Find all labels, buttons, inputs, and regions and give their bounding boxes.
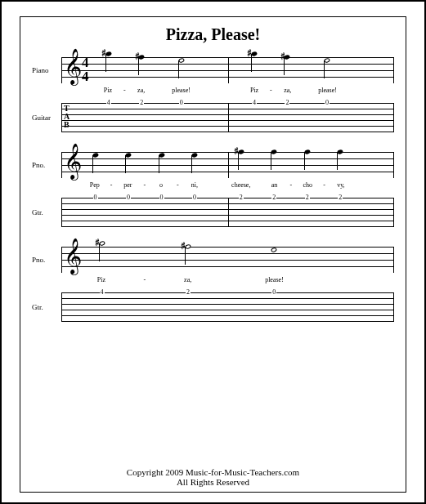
note <box>271 149 277 155</box>
lyric-syllable: - <box>270 87 272 94</box>
lyric-syllable: ni, <box>191 181 198 189</box>
lyric-syllable: Piz <box>97 276 105 283</box>
guitar-label: Gtr. <box>32 303 61 311</box>
tab-fret-number: 0 <box>325 100 330 106</box>
guitar-label: Guitar <box>32 114 61 122</box>
sharp-accidental: ♯ <box>247 47 252 60</box>
tab-fret-number: 0 <box>192 194 197 201</box>
lyric-syllable: - <box>110 181 113 189</box>
lyric-syllable: Piz <box>250 87 258 94</box>
copyright-line1: Copyright 2009 Music-for-Music-Teachers.… <box>32 467 394 477</box>
lyric-syllable: za, <box>284 87 291 94</box>
guitar-tab-staff: TAB420420 <box>61 103 394 132</box>
lyric-syllable: cho <box>303 181 312 189</box>
treble-clef-icon: 𝄞 <box>64 145 82 176</box>
tab-fret-number: 0 <box>271 289 276 296</box>
tab-fret-number: 2 <box>139 100 144 106</box>
lyric-syllable: please! <box>172 87 191 94</box>
tab-fret-number: 0 <box>93 194 98 201</box>
tab-fret-number: 2 <box>285 100 289 106</box>
note <box>324 58 330 64</box>
lyric-syllable: - <box>177 181 179 189</box>
lyric-syllable: Piz <box>104 87 112 94</box>
barline <box>228 198 229 227</box>
tab-fret-number: 4 <box>106 100 111 106</box>
piano-label: Pno. <box>32 256 61 264</box>
copyright-line2: All Rights Reserved <box>32 477 394 487</box>
lyric-syllable: please! <box>265 276 284 283</box>
note <box>304 149 311 155</box>
note <box>191 153 198 158</box>
note <box>158 153 164 158</box>
sharp-accidental: ♯ <box>95 237 100 249</box>
copyright: Copyright 2009 Music-for-Music-Teachers.… <box>32 464 394 487</box>
lyric-syllable: - <box>143 181 146 189</box>
music-system: Piano𝄞44♯♯♯♯Piz-za,please!Piz-za,please!… <box>32 57 394 132</box>
barline <box>228 57 229 83</box>
sheet-music-page: Pizza, Please! Piano𝄞44♯♯♯♯Piz-za,please… <box>0 0 426 504</box>
note-stem <box>304 152 305 170</box>
lyric-syllable: o <box>159 181 163 189</box>
tab-fret-number: 2 <box>305 194 310 201</box>
note-stem <box>337 152 338 170</box>
treble-staff: 𝄞♯♯ <box>61 247 394 273</box>
treble-staff: 𝄞♯ <box>61 152 394 178</box>
lyric-syllable: Pep <box>90 181 100 189</box>
lyric-syllable: per <box>123 181 132 189</box>
note <box>125 153 132 158</box>
music-system: Pno.𝄞♯Pep-per-o-ni,cheese,an-cho-vy,Gtr.… <box>32 152 394 227</box>
tab-fret-number: 2 <box>239 194 244 201</box>
lyric-syllable: - <box>323 181 325 189</box>
lyric-syllable: za, <box>137 87 145 94</box>
piano-label: Pno. <box>32 161 61 169</box>
sharp-accidental: ♯ <box>234 145 239 158</box>
sharp-accidental: ♯ <box>101 47 106 60</box>
treble-staff: 𝄞44♯♯♯♯ <box>61 57 394 83</box>
note-stem <box>271 152 271 170</box>
note-stem <box>92 155 93 173</box>
tab-fret-number: 2 <box>271 194 276 201</box>
content-frame: Pizza, Please! Piano𝄞44♯♯♯♯Piz-za,please… <box>20 16 406 493</box>
note-stem <box>125 155 126 173</box>
sharp-accidental: ♯ <box>135 51 140 63</box>
note <box>271 248 277 253</box>
time-signature: 44 <box>82 56 89 83</box>
note-stem <box>324 60 325 78</box>
lyric-syllable: - <box>289 181 292 189</box>
lyric-syllable: za, <box>184 276 191 283</box>
tab-fret-number: 0 <box>179 100 184 106</box>
note-stem <box>191 155 192 173</box>
barline <box>228 152 229 178</box>
sharp-accidental: ♯ <box>181 240 186 252</box>
tab-fret-number: 0 <box>159 194 164 201</box>
tab-fret-number: 2 <box>338 194 343 201</box>
treble-clef-icon: 𝄞 <box>64 240 82 271</box>
guitar-tab-staff: 420 <box>61 292 394 322</box>
lyric-syllable: cheese, <box>231 181 250 189</box>
treble-clef-icon: 𝄞 <box>64 51 82 82</box>
guitar-label: Gtr. <box>32 208 61 216</box>
note-stem <box>178 60 179 78</box>
note <box>178 58 185 64</box>
sharp-accidental: ♯ <box>280 51 285 63</box>
tab-fret-number: 4 <box>100 289 105 296</box>
tab-fret-number: 4 <box>252 100 257 106</box>
lyric-syllable: please! <box>318 87 337 94</box>
lyric-syllable: an <box>271 181 278 189</box>
barline <box>228 103 229 132</box>
guitar-tab-staff: 00002222 <box>61 198 394 227</box>
music-system: Pno.𝄞♯♯Piz-za,please!Gtr.420 <box>32 247 394 322</box>
lyric-syllable: - <box>123 87 126 94</box>
note <box>92 153 98 158</box>
lyric-syllable: vy, <box>337 181 344 189</box>
tab-label-icon: TAB <box>64 105 70 129</box>
song-title: Pizza, Please! <box>32 25 394 44</box>
note-stem <box>159 155 159 173</box>
tab-fret-number: 0 <box>126 194 131 201</box>
tab-fret-number: 2 <box>186 289 191 296</box>
note <box>337 149 343 155</box>
piano-label: Piano <box>32 66 61 74</box>
lyric-syllable: - <box>143 276 146 283</box>
